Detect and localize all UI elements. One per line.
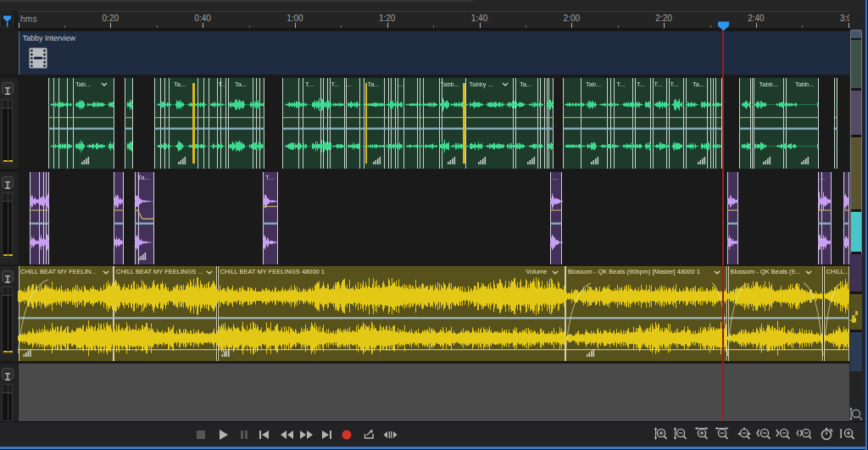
fast-forward-button[interactable] <box>298 426 315 443</box>
loop-icon <box>361 427 376 442</box>
track-4-selected[interactable] <box>19 364 850 422</box>
clip-label: Ta... <box>174 81 186 88</box>
navigator-track-segment <box>850 294 862 330</box>
zoom-in-point-button[interactable] <box>755 425 772 442</box>
clip-label: T... <box>331 81 340 88</box>
track-header-column <box>0 28 18 422</box>
zoom-sel-icon <box>796 426 811 441</box>
track-3-music[interactable]: CHILL BEAT MY FEELIN...CHILL BEAT MY FEE… <box>18 266 849 361</box>
zoom-full-icon <box>737 426 752 441</box>
clip-label: T... <box>637 81 645 88</box>
track-2-fx-waveform <box>18 172 849 264</box>
clip-label: ... <box>553 174 558 181</box>
clip-dropdown-chevron-icon[interactable] <box>552 270 559 275</box>
zoom-out-point-button[interactable] <box>775 425 792 442</box>
clip-label: Tab... <box>586 81 601 88</box>
vertical-track-navigator[interactable] <box>850 30 862 398</box>
zoom-outpt-icon <box>776 426 791 441</box>
pause-button[interactable] <box>236 426 253 443</box>
meter-divider <box>8 100 8 163</box>
header-divider <box>0 169 18 172</box>
film-icon <box>29 47 49 69</box>
rewind-button[interactable] <box>278 426 295 443</box>
track-1-speech[interactable]: Tab...Ta...T...Ta...T...T......Ta......T… <box>18 78 849 169</box>
move-previous-button[interactable] <box>255 426 272 443</box>
playhead-marker[interactable] <box>717 21 730 31</box>
zoom-vertical-button[interactable] <box>838 425 855 442</box>
input-monitor-icon <box>4 275 11 283</box>
record-button[interactable] <box>338 426 355 443</box>
clip-dropdown-chevron-icon[interactable] <box>103 270 109 275</box>
clip-label: CHILL... <box>826 268 850 275</box>
navigator-scroll-thumb[interactable] <box>850 30 862 254</box>
meter-peak-right <box>8 351 13 353</box>
clip-label: Tabb... <box>760 81 779 88</box>
playhead-home-box[interactable] <box>0 12 14 28</box>
navigator-track-segment <box>850 254 862 292</box>
zoom-in-amplitude-button[interactable] <box>653 425 670 442</box>
clip-dropdown-chevron-icon[interactable] <box>101 82 108 86</box>
clip-label: Blossom - QK Beats (9... <box>731 268 801 275</box>
clip-label: Ta... <box>368 81 380 88</box>
track-3-music-waveform <box>18 266 849 361</box>
ruler-time-label: 2:20 <box>655 14 671 23</box>
playhead-line[interactable] <box>722 31 724 421</box>
zoom-inpt-icon <box>756 426 771 441</box>
zoom-out-full-button[interactable] <box>736 425 753 442</box>
clip-label: Ta... <box>520 81 531 88</box>
skipsel-icon <box>382 427 398 442</box>
clip-label: Tab... <box>75 81 91 88</box>
stop-button[interactable] <box>192 426 209 443</box>
play-button[interactable] <box>214 426 231 443</box>
clip-dropdown-chevron-icon[interactable] <box>714 270 721 275</box>
video-track-header <box>0 28 18 75</box>
ruler-time-label: 0:40 <box>194 14 210 23</box>
clip-label: Ta... <box>235 81 247 88</box>
tracks-area: Tabby Interview Tab...Ta...T...Ta...T...… <box>18 28 849 422</box>
ruler-time-label: 2:00 <box>564 14 580 23</box>
loop-playback-button[interactable] <box>360 426 377 443</box>
zoom-out-time-button[interactable] <box>714 425 731 442</box>
zoomv-out-icon <box>673 426 688 441</box>
navigator-waveform-fleck <box>850 319 852 321</box>
clip-dropdown-chevron-icon[interactable] <box>805 270 812 275</box>
ffwd-icon <box>299 427 314 442</box>
track-3-input-button[interactable] <box>2 270 14 282</box>
zoom-timed-button[interactable] <box>818 425 835 442</box>
playhead-pin-icon <box>1 13 13 27</box>
video-clip-label: Tabby Interview <box>23 34 76 42</box>
zoom-vbar-icon <box>839 426 854 441</box>
move-next-button[interactable] <box>319 426 336 443</box>
zoomh-in-icon <box>694 426 709 441</box>
clip-dropdown-chevron-icon[interactable] <box>206 270 213 275</box>
header-divider <box>0 75 18 79</box>
clip-label: T... <box>670 81 679 88</box>
clip-dropdown-chevron-icon[interactable] <box>502 82 509 86</box>
clip-label: Tabb... <box>795 81 815 88</box>
skip-selection-button[interactable] <box>381 426 398 443</box>
ruler-time-label: 0:20 <box>103 14 119 23</box>
play-icon <box>215 427 231 442</box>
header-divider <box>0 264 18 266</box>
zoom-selection-button[interactable] <box>795 425 812 442</box>
clip-label: T... <box>305 81 314 88</box>
track-2-fx[interactable]: Ta...T......... <box>18 172 849 264</box>
zoom-out-amplitude-button[interactable] <box>672 425 689 442</box>
yellow-marker-line <box>192 83 195 164</box>
stop-icon <box>193 427 209 442</box>
track-2-input-button[interactable] <box>2 176 14 188</box>
clip-label: T... <box>617 81 626 88</box>
navigator-waveform-fleck <box>853 318 856 322</box>
video-clip-tabby-interview[interactable]: Tabby Interview <box>19 31 850 75</box>
clip-label: T... <box>654 81 663 88</box>
zoomh-out-icon <box>715 426 730 441</box>
clip-label: ... <box>820 174 825 181</box>
track-4-input-button[interactable] <box>2 368 14 380</box>
navigator-track-segment <box>850 371 862 398</box>
ruler-time-label: 1:20 <box>379 14 395 23</box>
multitrack-editor-panel: hms 0:200:401:001:201:402:002:202:403:00… <box>0 0 868 450</box>
input-monitor-icon <box>4 373 11 381</box>
zoom-in-time-button[interactable] <box>693 425 710 442</box>
clip-label: T... <box>219 81 227 88</box>
track-1-input-button[interactable] <box>2 82 14 94</box>
